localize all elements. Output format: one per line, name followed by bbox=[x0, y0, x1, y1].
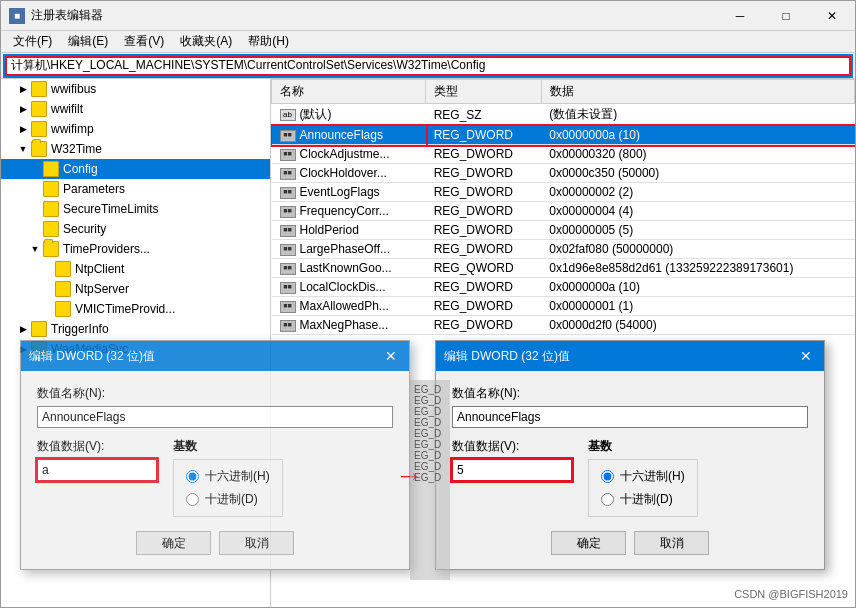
dialog2-radio-group: 十六进制(H) 十进制(D) bbox=[588, 459, 698, 517]
reg-type: REG_QWORD bbox=[426, 259, 542, 278]
tree-item-security[interactable]: Security bbox=[1, 219, 270, 239]
tree-item-wwifilt[interactable]: ▶ wwifilt bbox=[1, 99, 270, 119]
tree-arrow bbox=[29, 203, 41, 215]
reg-name: ■■LargePhaseOff... bbox=[272, 240, 426, 259]
dialog1-ok-button[interactable]: 确定 bbox=[136, 531, 211, 555]
dialog2-name-input[interactable] bbox=[452, 406, 808, 428]
reg-name: ■■AnnounceFlags bbox=[272, 126, 426, 145]
table-row[interactable]: ■■HoldPeriod REG_DWORD 0x00000005 (5) bbox=[272, 221, 855, 240]
reg-data: 0x00000320 (800) bbox=[541, 145, 854, 164]
reg-name: ■■MaxNegPhase... bbox=[272, 316, 426, 335]
reg-type: REG_DWORD bbox=[426, 183, 542, 202]
dialog2-title-bar: 编辑 DWORD (32 位)值 ✕ bbox=[436, 341, 824, 371]
reg-name: ■■LocalClockDis... bbox=[272, 278, 426, 297]
table-row[interactable]: ■■ClockAdjustme... REG_DWORD 0x00000320 … bbox=[272, 145, 855, 164]
dialog1-hex-radio[interactable]: 十六进制(H) bbox=[186, 468, 270, 485]
tree-item-wwifibus[interactable]: ▶ wwifibus bbox=[1, 79, 270, 99]
table-row[interactable]: ■■MaxAllowedPh... REG_DWORD 0x00000001 (… bbox=[272, 297, 855, 316]
folder-icon-open bbox=[31, 141, 47, 157]
tree-label: SecureTimeLimits bbox=[63, 202, 159, 216]
table-row[interactable]: ■■LastKnownGoo... REG_QWORD 0x1d96e8e858… bbox=[272, 259, 855, 278]
tree-item-triggerinfo[interactable]: ▶ TriggerInfo bbox=[1, 319, 270, 339]
dialog2-dec-label: 十进制(D) bbox=[620, 491, 673, 508]
tree-arrow bbox=[29, 163, 41, 175]
table-row[interactable]: ■■EventLogFlags REG_DWORD 0x00000002 (2) bbox=[272, 183, 855, 202]
dialog1-dec-radio[interactable]: 十进制(D) bbox=[186, 491, 270, 508]
table-row[interactable]: ■■MaxNegPhase... REG_DWORD 0x0000d2f0 (5… bbox=[272, 316, 855, 335]
tree-item-vmictime[interactable]: VMICTimeProvid... bbox=[1, 299, 270, 319]
tree-arrow bbox=[41, 283, 53, 295]
dialog1-close-button[interactable]: ✕ bbox=[381, 346, 401, 366]
dialog1-dec-radio-input[interactable] bbox=[186, 493, 199, 506]
dialog1-buttons: 确定 取消 bbox=[37, 531, 393, 555]
tree-label: W32Time bbox=[51, 142, 102, 156]
menu-edit[interactable]: 编辑(E) bbox=[60, 31, 116, 52]
table-row[interactable]: ■■FrequencyCorr... REG_DWORD 0x00000004 … bbox=[272, 202, 855, 221]
reg-data: 0x1d96e8e858d2d61 (133259222389173601) bbox=[541, 259, 854, 278]
reg-type: REG_DWORD bbox=[426, 316, 542, 335]
dialog2-cancel-button[interactable]: 取消 bbox=[634, 531, 709, 555]
table-row[interactable]: ■■LargePhaseOff... REG_DWORD 0x02faf080 … bbox=[272, 240, 855, 259]
dialog2-dec-radio-input[interactable] bbox=[601, 493, 614, 506]
tree-item-securetime[interactable]: SecureTimeLimits bbox=[1, 199, 270, 219]
dialog1-hex-label: 十六进制(H) bbox=[205, 468, 270, 485]
reg-name: ■■ClockAdjustme... bbox=[272, 145, 426, 164]
minimize-button[interactable]: ─ bbox=[717, 1, 763, 31]
dialog2-dec-radio[interactable]: 十进制(D) bbox=[601, 491, 685, 508]
dialog1-hex-radio-input[interactable] bbox=[186, 470, 199, 483]
menu-file[interactable]: 文件(F) bbox=[5, 31, 60, 52]
tree-item-ntpserver[interactable]: NtpServer bbox=[1, 279, 270, 299]
tree-item-parameters[interactable]: Parameters bbox=[1, 179, 270, 199]
dialog1-data-input[interactable] bbox=[37, 459, 157, 481]
dialog2-base-group: 基数 十六进制(H) 十进制(D) bbox=[588, 438, 698, 517]
table-row[interactable]: ■■AnnounceFlags REG_DWORD 0x0000000a (10… bbox=[272, 126, 855, 145]
tree-label: Security bbox=[63, 222, 106, 236]
tree-label: VMICTimeProvid... bbox=[75, 302, 175, 316]
tree-item-config[interactable]: Config bbox=[1, 159, 270, 179]
dialog1-data-label: 数值数据(V): bbox=[37, 438, 157, 455]
dialog2-hex-radio[interactable]: 十六进制(H) bbox=[601, 468, 685, 485]
close-button[interactable]: ✕ bbox=[809, 1, 855, 31]
address-input[interactable] bbox=[5, 56, 851, 76]
dialog2-form-row: 数值数据(V): 基数 十六进制(H) 十进制(D) bbox=[452, 438, 808, 517]
tree-label: wwifilt bbox=[51, 102, 83, 116]
dialog2-data-label: 数值数据(V): bbox=[452, 438, 572, 455]
tree-item-wwifimp[interactable]: ▶ wwifimp bbox=[1, 119, 270, 139]
window-title: 注册表编辑器 bbox=[31, 7, 103, 24]
address-bar bbox=[1, 53, 855, 79]
folder-icon bbox=[31, 81, 47, 97]
dialog1-base-label: 基数 bbox=[173, 438, 283, 455]
tree-label: TriggerInfo bbox=[51, 322, 109, 336]
col-data: 数据 bbox=[541, 80, 854, 104]
folder-icon bbox=[55, 261, 71, 277]
reg-name: ■■HoldPeriod bbox=[272, 221, 426, 240]
watermark: CSDN @BIGFISH2019 bbox=[734, 588, 848, 600]
reg-data: 0x0000000a (10) bbox=[541, 278, 854, 297]
dialog1-title: 编辑 DWORD (32 位)值 bbox=[29, 348, 155, 365]
tree-item-w32time[interactable]: ▼ W32Time bbox=[1, 139, 270, 159]
dialog2-hex-radio-input[interactable] bbox=[601, 470, 614, 483]
folder-icon bbox=[43, 181, 59, 197]
dialog2-close-button[interactable]: ✕ bbox=[796, 346, 816, 366]
maximize-button[interactable]: □ bbox=[763, 1, 809, 31]
dialog1-cancel-button[interactable]: 取消 bbox=[219, 531, 294, 555]
dialog1-title-bar: 编辑 DWORD (32 位)值 ✕ bbox=[21, 341, 409, 371]
tree-item-timeproviders[interactable]: ▼ TimeProviders... bbox=[1, 239, 270, 259]
menu-bar: 文件(F) 编辑(E) 查看(V) 收藏夹(A) 帮助(H) bbox=[1, 31, 855, 53]
menu-favorites[interactable]: 收藏夹(A) bbox=[172, 31, 240, 52]
dialog2-data-input[interactable] bbox=[452, 459, 572, 481]
tree-label: Parameters bbox=[63, 182, 125, 196]
tree-arrow bbox=[41, 303, 53, 315]
dialog1-name-input[interactable] bbox=[37, 406, 393, 428]
table-row[interactable]: ab(默认) REG_SZ (数值未设置) bbox=[272, 104, 855, 126]
tree-arrow: ▼ bbox=[29, 243, 41, 255]
table-row[interactable]: ■■LocalClockDis... REG_DWORD 0x0000000a … bbox=[272, 278, 855, 297]
table-row[interactable]: ■■ClockHoldover... REG_DWORD 0x0000c350 … bbox=[272, 164, 855, 183]
menu-view[interactable]: 查看(V) bbox=[116, 31, 172, 52]
dialog2-ok-button[interactable]: 确定 bbox=[551, 531, 626, 555]
dialog1-name-label: 数值名称(N): bbox=[37, 385, 393, 402]
reg-type: REG_DWORD bbox=[426, 278, 542, 297]
tree-item-ntpclient[interactable]: NtpClient bbox=[1, 259, 270, 279]
menu-help[interactable]: 帮助(H) bbox=[240, 31, 297, 52]
reg-type: REG_DWORD bbox=[426, 221, 542, 240]
